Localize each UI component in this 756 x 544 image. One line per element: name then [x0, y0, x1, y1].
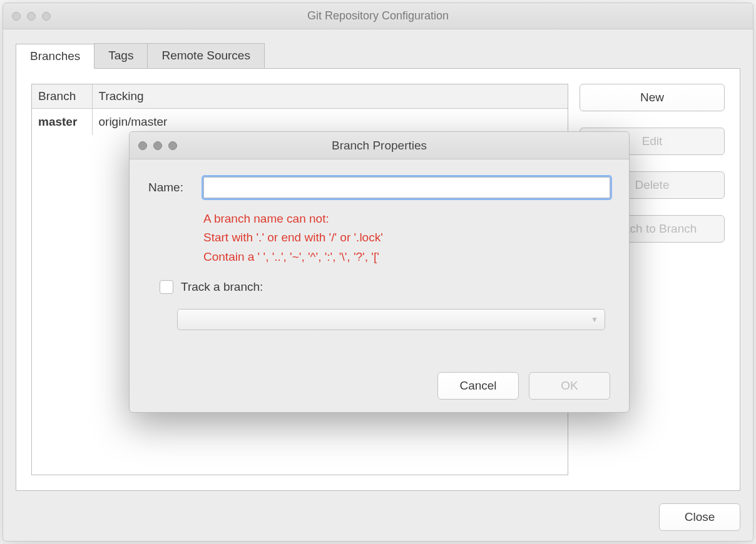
validation-line: Start with '.' or end with '/' or '.lock… [203, 228, 610, 247]
tab-branches[interactable]: Branches [16, 44, 94, 69]
cancel-button[interactable]: Cancel [437, 372, 519, 400]
close-icon[interactable] [12, 12, 21, 21]
name-label: Name: [148, 181, 195, 194]
parent-footer: Close [16, 491, 740, 531]
track-branch-label: Track a branch: [181, 280, 263, 294]
zoom-icon[interactable] [42, 12, 51, 21]
tab-row: Branches Tags Remote Sources [16, 43, 740, 69]
branch-table: Branch Tracking master origin/master [32, 84, 568, 135]
name-row: Name: [148, 177, 610, 198]
modal-footer: Cancel OK [148, 372, 610, 400]
tab-remote-sources[interactable]: Remote Sources [147, 43, 265, 68]
validation-line: A branch name can not: [203, 209, 610, 228]
tab-tags[interactable]: Tags [94, 43, 148, 68]
col-tracking: Tracking [92, 84, 568, 109]
close-button[interactable]: Close [659, 503, 740, 531]
ok-button: OK [529, 372, 610, 400]
track-branch-checkbox[interactable] [160, 280, 173, 294]
modal-window-title: Branch Properties [130, 139, 629, 153]
modal-body: Name: A branch name can not: Start with … [130, 159, 629, 412]
branch-name-input[interactable] [203, 177, 610, 198]
close-icon[interactable] [138, 141, 147, 150]
parent-traffic-lights[interactable] [12, 12, 51, 21]
validation-message: A branch name can not: Start with '.' or… [203, 209, 610, 266]
modal-titlebar: Branch Properties [130, 132, 629, 159]
cell-branch: master [32, 109, 92, 136]
branch-properties-dialog: Branch Properties Name: A branch name ca… [129, 131, 630, 413]
parent-titlebar: Git Repository Configuration [3, 3, 753, 29]
col-branch: Branch [32, 84, 92, 109]
minimize-icon[interactable] [27, 12, 36, 21]
minimize-icon[interactable] [153, 141, 162, 150]
new-button[interactable]: New [580, 84, 725, 111]
zoom-icon[interactable] [168, 141, 177, 150]
track-branch-dropdown: ▼ [177, 309, 605, 330]
track-branch-row: Track a branch: [160, 280, 610, 294]
modal-traffic-lights[interactable] [138, 141, 177, 150]
chevron-down-icon: ▼ [591, 315, 598, 324]
validation-line: Contain a ' ', '..', '~', '^', ':', '\',… [203, 248, 610, 266]
parent-window-title: Git Repository Configuration [3, 9, 753, 23]
